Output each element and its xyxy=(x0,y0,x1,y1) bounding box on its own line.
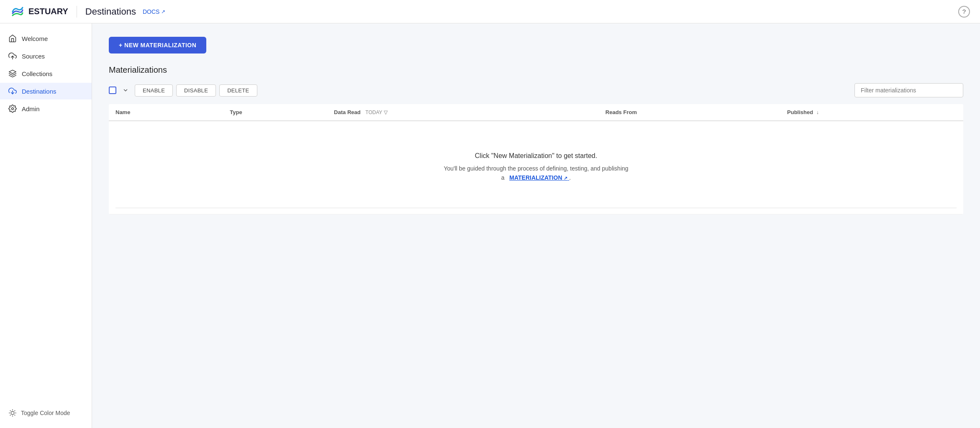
empty-state-cell: Click "New Materialization" to get start… xyxy=(109,121,963,214)
header-divider xyxy=(77,6,77,18)
app-body: Welcome Sources Collections xyxy=(0,23,980,428)
docs-label: DOCS xyxy=(143,8,159,15)
external-link-icon-2: ↗ xyxy=(564,176,567,181)
sidebar-item-welcome[interactable]: Welcome xyxy=(0,30,92,47)
empty-state-row: Click "New Materialization" to get start… xyxy=(109,121,963,214)
materializations-title: Materializations xyxy=(109,65,963,75)
table-body: Click "New Materialization" to get start… xyxy=(109,121,963,214)
help-button[interactable]: ? xyxy=(958,6,970,18)
svg-line-8 xyxy=(10,410,10,411)
table-header: Name Type Data Read TODAY ▽ Reads From xyxy=(109,104,963,121)
col-name: Name xyxy=(109,104,223,121)
sidebar-label-collections: Collections xyxy=(22,70,52,77)
col-name-label: Name xyxy=(115,109,130,115)
sidebar-nav: Welcome Sources Collections xyxy=(0,30,92,117)
sidebar-label-welcome: Welcome xyxy=(22,35,48,42)
svg-point-5 xyxy=(11,411,14,415)
upload-cloud-icon xyxy=(8,52,17,60)
estuary-logo-icon xyxy=(10,4,25,19)
new-materialization-button[interactable]: + NEW MATERIALIZATION xyxy=(109,37,206,54)
col-data-read: Data Read TODAY ▽ xyxy=(327,104,599,121)
sidebar-label-sources: Sources xyxy=(22,53,45,60)
new-mat-btn-label: + NEW MATERIALIZATION xyxy=(119,42,196,48)
table-controls: ENABLE DISABLE DELETE xyxy=(109,83,963,97)
col-type: Type xyxy=(223,104,327,121)
sidebar-bottom: Toggle Color Mode xyxy=(0,405,92,421)
materializations-table: Name Type Data Read TODAY ▽ Reads From xyxy=(109,104,963,214)
delete-button[interactable]: DELETE xyxy=(219,84,257,97)
toggle-color-label: Toggle Color Mode xyxy=(21,410,70,416)
col-published-label: Published xyxy=(787,109,813,115)
help-label: ? xyxy=(962,8,966,15)
home-icon xyxy=(8,34,17,43)
disable-button[interactable]: DISABLE xyxy=(176,84,216,97)
materialization-link-label: MATERIALIZATION xyxy=(509,174,562,181)
empty-state: Click "New Materialization" to get start… xyxy=(115,127,957,208)
sidebar-item-destinations[interactable]: Destinations xyxy=(0,83,92,99)
filter-input[interactable] xyxy=(854,83,963,97)
sidebar-item-admin[interactable]: Admin xyxy=(0,100,92,117)
col-type-label: Type xyxy=(230,109,242,115)
sidebar-label-destinations: Destinations xyxy=(22,88,56,95)
main-content: + NEW MATERIALIZATION Materializations E… xyxy=(92,23,980,428)
external-link-icon: ↗ xyxy=(161,9,165,15)
download-cloud-icon xyxy=(8,87,17,95)
sidebar-item-sources[interactable]: Sources xyxy=(0,48,92,64)
svg-line-13 xyxy=(15,410,15,411)
logo: ESTUARY xyxy=(10,4,68,19)
svg-point-4 xyxy=(12,108,14,110)
empty-state-divider xyxy=(115,208,957,208)
empty-state-prefix: You'll be guided through the process of … xyxy=(444,165,628,172)
header-left: ESTUARY Destinations DOCS ↗ xyxy=(10,4,165,19)
empty-state-title: Click "New Materialization" to get start… xyxy=(124,152,948,160)
enable-button[interactable]: ENABLE xyxy=(135,84,173,97)
empty-state-a-word: a xyxy=(501,174,508,181)
empty-state-desc: You'll be guided through the process of … xyxy=(124,164,948,183)
svg-line-9 xyxy=(15,415,15,415)
docs-link[interactable]: DOCS ↗ xyxy=(143,8,165,15)
layers-icon xyxy=(8,69,17,78)
app-name: ESTUARY xyxy=(28,7,68,16)
col-reads-from: Reads From xyxy=(599,104,780,121)
sort-desc-icon: ↓ xyxy=(816,110,819,115)
sidebar-item-collections[interactable]: Collections xyxy=(0,65,92,82)
sidebar-label-admin: Admin xyxy=(22,105,40,112)
select-all-checkbox[interactable] xyxy=(109,87,116,94)
col-data-read-label: Data Read xyxy=(334,109,361,115)
empty-state-suffix: . xyxy=(569,174,571,181)
today-badge-text: TODAY xyxy=(365,110,382,115)
table-controls-left: ENABLE DISABLE DELETE xyxy=(109,84,257,97)
svg-marker-2 xyxy=(9,70,16,74)
top-header: ESTUARY Destinations DOCS ↗ ? xyxy=(0,0,980,23)
col-reads-from-label: Reads From xyxy=(605,109,637,115)
materialization-link[interactable]: MATERIALIZATION ↗ xyxy=(509,174,569,181)
svg-line-12 xyxy=(10,415,10,415)
toggle-color-mode[interactable]: Toggle Color Mode xyxy=(8,409,83,417)
table-header-row: Name Type Data Read TODAY ▽ Reads From xyxy=(109,104,963,121)
settings-icon xyxy=(8,104,17,113)
page-title: Destinations xyxy=(85,6,136,17)
filter-icon: ▽ xyxy=(384,110,387,115)
sidebar: Welcome Sources Collections xyxy=(0,23,92,428)
col-published[interactable]: Published ↓ xyxy=(780,104,963,121)
select-dropdown-arrow[interactable] xyxy=(120,84,131,96)
today-badge[interactable]: TODAY ▽ xyxy=(365,109,387,115)
sun-icon xyxy=(8,409,17,417)
